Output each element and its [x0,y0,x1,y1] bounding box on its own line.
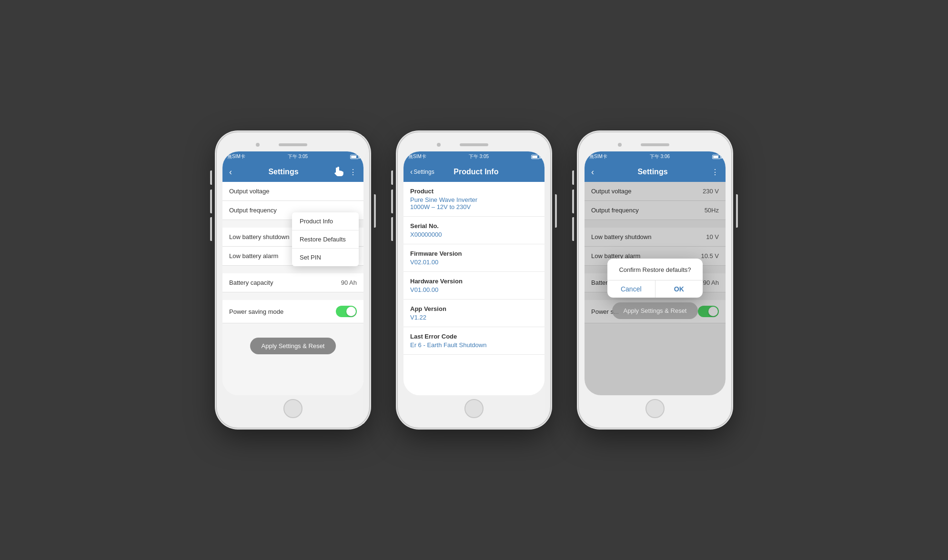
hardware-section: Hardware Version V01.00.00 [403,272,545,300]
speaker-3 [641,143,669,146]
last-error-section: Last Error Code Er 6 - Earth Fault Shutd… [403,327,545,355]
status-bar-3: 無SIM卡 下午 3:06 [585,151,726,162]
settings-gap-2 [222,266,363,273]
more-icon-3[interactable]: ⋮ [709,166,721,178]
product-section: Product Pure Sine Wave Inverter1000W – 1… [403,182,545,217]
front-camera-3 [618,143,622,147]
app-version-section: App Version V1.22 [403,300,545,327]
phone-top-bar [222,138,363,151]
volume-mute-button-3 [572,170,574,185]
product-info-content: Product Pure Sine Wave Inverter1000W – 1… [403,182,545,395]
volume-up-button-3 [572,190,574,213]
time-display-3: 下午 3:06 [650,153,670,160]
dialog-title: Confirm Restore defaults? [607,266,703,280]
last-error-value: Er 6 - Earth Fault Shutdown [410,341,538,349]
battery-icon-3 [712,155,721,159]
volume-down-button-2 [391,217,393,241]
front-camera-2 [437,143,441,147]
nav-title-2: Product Info [436,168,516,176]
dropdown-restore-defaults[interactable]: Restore Defaults [292,230,359,249]
dropdown-menu-1: Product Info Restore Defaults Set PIN [292,212,359,266]
phone-top-bar-2 [403,138,545,151]
last-error-label: Last Error Code [410,333,538,340]
volume-down-button-3 [572,217,574,241]
dialog-overlay: Confirm Restore defaults? Cancel OK Appl… [585,182,726,395]
firmware-label: Firmware Version [410,250,538,257]
phone-screen-2: 無SIM卡 下午 3:05 ‹ Settings Product Info [403,151,545,395]
phone-2: 無SIM卡 下午 3:05 ‹ Settings Product Info [398,132,550,428]
volume-mute-button-2 [391,170,393,185]
phone-1: 無SIM卡 下午 3:05 ‹ Settings [217,132,369,428]
nav-bar-2: ‹ Settings Product Info [403,162,545,182]
battery-capacity-row[interactable]: Battery capacity 90 Ah [222,273,363,292]
app-version-value: V1.22 [410,314,538,321]
dialog-ok-button[interactable]: OK [656,280,703,298]
front-camera [256,143,260,147]
status-bar-1: 無SIM卡 下午 3:05 [222,151,363,162]
power-button-3 [736,194,738,228]
confirm-dialog: Confirm Restore defaults? Cancel OK [607,259,703,298]
nav-bar-1: ‹ Settings ⋮ [222,162,363,182]
sim-status-3: 無SIM卡 [589,153,607,160]
back-button-1[interactable]: ‹ [227,165,234,179]
speaker [279,143,307,146]
firmware-value: V02.01.00 [410,259,538,266]
phone-screen-1: 無SIM卡 下午 3:05 ‹ Settings [222,151,363,395]
dialog-cancel-button[interactable]: Cancel [607,280,656,298]
hardware-value: V01.00.00 [410,286,538,293]
settings-content-1: Output voltage Output frequency Low batt… [222,182,363,395]
phone-top-bar-3 [585,138,726,151]
dialog-buttons: Cancel OK [607,280,703,298]
dropdown-set-pin[interactable]: Set PIN [292,249,359,266]
speaker-2 [460,143,488,146]
settings-gap-3 [222,292,363,300]
battery-icon-2 [531,155,540,159]
toggle-knob [346,307,356,316]
apply-button-container-1: Apply Settings & Reset [222,323,363,369]
volume-down-button [210,217,212,241]
back-button-2[interactable]: ‹ Settings [408,166,436,178]
apply-button-3[interactable]: Apply Settings & Reset [612,302,698,319]
sim-status-2: 無SIM卡 [408,153,426,160]
volume-up-button [210,190,212,213]
phone-screen-3: 無SIM卡 下午 3:06 ‹ Settings ⋮ Ou [585,151,726,395]
time-display-2: 下午 3:05 [469,153,489,160]
apply-button-1[interactable]: Apply Settings & Reset [250,338,336,354]
back-button-3[interactable]: ‹ [589,165,596,179]
status-bar-2: 無SIM卡 下午 3:05 [403,151,545,162]
hardware-label: Hardware Version [410,278,538,285]
home-button-3[interactable] [645,399,665,418]
volume-mute-button [210,170,212,185]
power-button-2 [555,194,557,228]
hand-icon[interactable] [333,166,344,178]
product-value: Pure Sine Wave Inverter1000W – 12V to 23… [410,196,538,210]
firmware-section: Firmware Version V02.01.00 [403,244,545,272]
more-icon-1[interactable]: ⋮ [347,166,359,178]
product-label: Product [410,188,538,195]
power-saving-row[interactable]: Power saving mode [222,300,363,323]
app-version-label: App Version [410,305,538,312]
serial-section: Serial No. X00000000 [403,217,545,244]
dropdown-product-info[interactable]: Product Info [292,212,359,230]
battery-icon [350,155,359,159]
time-display: 下午 3:05 [288,153,308,160]
settings-content-3: Output voltage 230 V Output frequency 50… [585,182,726,395]
sim-status: 無SIM卡 [227,153,245,160]
nav-title-1: Settings [234,168,333,176]
home-button-1[interactable] [283,399,303,418]
serial-label: Serial No. [410,222,538,230]
phones-container: 無SIM卡 下午 3:05 ‹ Settings [217,132,731,428]
nav-bar-3: ‹ Settings ⋮ [585,162,726,182]
volume-up-button-2 [391,190,393,213]
phone-3: 無SIM卡 下午 3:06 ‹ Settings ⋮ Ou [579,132,731,428]
home-button-2[interactable] [464,399,484,418]
power-button [374,194,376,228]
output-voltage-row[interactable]: Output voltage [222,182,363,201]
serial-value: X00000000 [410,231,538,238]
power-saving-toggle-1[interactable] [336,306,357,317]
nav-title-3: Settings [596,168,709,176]
